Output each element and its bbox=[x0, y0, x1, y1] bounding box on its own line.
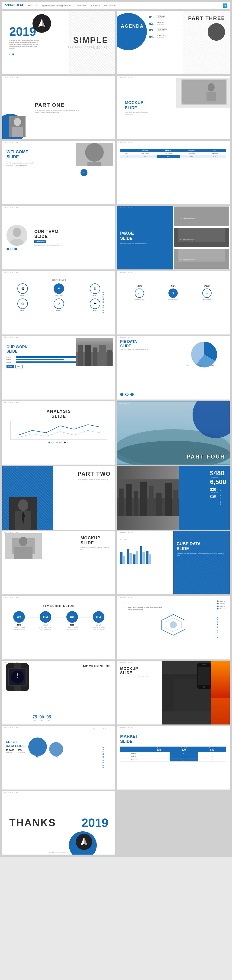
pricing-cell-2-0: $20 bbox=[120, 155, 133, 158]
slide-mockup1: CORFSOUL SLIDE MOCKUP SLIDE Lorem ipsum … bbox=[117, 76, 230, 139]
nav-data-slide[interactable]: DATA SLIDE bbox=[90, 5, 100, 6]
laptop-image bbox=[176, 78, 230, 108]
service-label-3: Option 2 bbox=[78, 295, 112, 296]
graphic2-option-2: Option 2 bbox=[217, 603, 225, 605]
person-img-part-one bbox=[9, 116, 25, 137]
pie-chart: 24% 28% 48% bbox=[186, 340, 223, 369]
ag-num-4: 04. bbox=[149, 35, 155, 38]
agenda-item-2: 02. PART TWO Lorem Ipsum bbox=[149, 22, 167, 25]
nav-image-slide[interactable]: IMAGE SLIDE bbox=[104, 5, 115, 6]
bar-group-5 bbox=[146, 551, 151, 564]
stat-item-1: 75 Item bbox=[33, 715, 37, 721]
svg-rect-48 bbox=[140, 482, 147, 516]
service-icon-3: ☺ bbox=[93, 286, 97, 291]
part-two-title: PART TWO bbox=[78, 471, 110, 477]
cube-desc: Lorem ipsum dolor sit amet, consectetur … bbox=[177, 553, 226, 556]
mockup1-title: MOCKUP SLIDE bbox=[125, 100, 153, 110]
team-title: OUR TEAM SLIDE bbox=[34, 229, 63, 239]
tl-year-2: 2010 bbox=[39, 624, 52, 626]
graphic2-option-text-2: Option 2 bbox=[220, 603, 225, 605]
agenda-item-4: 04. PLAN FOUR Lorem Ipsum bbox=[149, 35, 167, 38]
service-label-2: Service Slide bbox=[42, 295, 76, 296]
slide-thanks: CORFSOUL SLIDE THANKS 2019 Copyright © h… bbox=[2, 791, 115, 854]
bar-group-4 bbox=[140, 546, 145, 564]
nav-copyright: Copyright © https://www.pptstore.net bbox=[41, 5, 71, 6]
cube-chart-label: Market Slide bbox=[120, 539, 170, 541]
work-bar-label-3: Item 03 bbox=[6, 361, 16, 363]
circle-num-label-1: Active Users bbox=[6, 752, 14, 753]
nav-plus-button[interactable]: + bbox=[223, 3, 227, 8]
city-image bbox=[76, 338, 113, 366]
market-th-1: Basic $29 bbox=[148, 746, 170, 752]
svg-rect-56 bbox=[14, 547, 33, 559]
slide-service: CORFSOUL SLIDE SERVICE SLIDE ⚙ Option 1 … bbox=[2, 271, 115, 334]
service-circle-4: ☆ bbox=[17, 299, 28, 309]
thanks-book-icon bbox=[76, 834, 92, 850]
service-icon-4: ☆ bbox=[21, 302, 24, 306]
circle-num-label-2: Success Rate bbox=[17, 752, 25, 753]
service-icon-2: ♥ bbox=[58, 286, 60, 291]
ag-num-3: 03. bbox=[149, 28, 155, 32]
pricing-th-4: Extra bbox=[203, 149, 226, 152]
tl-item-3: 2013 2013 CORFSOUL NAME Lorem ipsum dolo… bbox=[66, 611, 78, 630]
team-name-badge: JANE ROSEDE bbox=[34, 240, 46, 243]
agenda-items: 01. PART ONE Lorem Ipsum 02. PART TWO Lo… bbox=[149, 15, 167, 41]
bar-group-2 bbox=[127, 549, 132, 564]
pricing-cell-2-1: $25 bbox=[133, 155, 156, 158]
part-three-section: PART THREE bbox=[188, 15, 225, 41]
ag-num-2: 02. bbox=[149, 22, 155, 25]
pricing-cell-2-4: $120 bbox=[203, 155, 226, 158]
part-one-label: CORFSOUL SLIDE bbox=[4, 77, 19, 78]
market-cell-2-0: Feature 2 bbox=[120, 755, 148, 758]
data-label-2: Lorem ipsum bbox=[210, 492, 226, 493]
svg-rect-7 bbox=[12, 127, 23, 137]
thanks-word: THANKS bbox=[9, 817, 59, 829]
service-label-1: Option 1 bbox=[6, 295, 39, 296]
tl-item-1: 1940 1940 CORFSOUL NAME Lorem ipsum dolo… bbox=[13, 611, 25, 630]
graphic-timeline-item-2: 2021 ♥ Lorem ipsum dolor bbox=[169, 285, 178, 300]
agenda-item-3: 03. PART THREE Lorem Ipsum bbox=[149, 28, 167, 32]
thanks-year: 2019 bbox=[81, 816, 108, 830]
pie-title: PIE DATA SLIDE bbox=[120, 339, 137, 348]
slide-part-one: CORFSOUL SLIDE PART ONE Lorem ipsum dolo… bbox=[2, 76, 115, 139]
service-circle-1: ⚙ bbox=[17, 283, 28, 294]
tl-name-4: CORFSOUL NAME bbox=[93, 627, 105, 628]
graphic-timeline-item-1: 2020 ✓ Lorem ipsum dolor bbox=[134, 285, 144, 300]
tl-name-1: CORFSOUL NAME bbox=[13, 627, 25, 628]
bar-group-1 bbox=[120, 552, 125, 564]
slide-analysis: CORFSOUL SLIDE ANALYSIS SLIDE 2015 2016 bbox=[2, 401, 115, 465]
market-row-1: Feature 1 ✓ ✓ ✓ bbox=[120, 752, 226, 755]
graphic2-option-1: Option 1 bbox=[217, 600, 225, 602]
stat-num-2: 90 bbox=[39, 715, 44, 720]
nav-links: ABOUT US Copyright © https://www.pptstor… bbox=[28, 5, 115, 6]
market-th-0 bbox=[120, 746, 148, 752]
work-btn-more[interactable]: MORE bbox=[6, 365, 14, 368]
pricing-th-3: Standard bbox=[180, 149, 203, 152]
work-bar-fill-2 bbox=[16, 359, 63, 360]
cover-left: 2019 One ideal file up your broken golde… bbox=[9, 25, 59, 59]
mockup2-desc: Lorem ipsum dolor sit amet, consectetur … bbox=[80, 547, 110, 550]
analysis-label-2: 2016 bbox=[59, 442, 62, 443]
pricing-cell-1-3: First Space bbox=[180, 152, 203, 155]
svg-text:48%: 48% bbox=[211, 365, 215, 366]
work-btn-info[interactable]: INFO bbox=[15, 365, 22, 368]
circle-opt-1: Option 1 bbox=[93, 728, 99, 730]
svg-rect-49 bbox=[149, 486, 153, 516]
slide-image: CORFSOUL SLIDE IMAGE SLIDE Lorem ipsum d… bbox=[117, 206, 230, 269]
data-number-4: $35 bbox=[210, 495, 226, 499]
ag-num-1: 01. bbox=[149, 15, 155, 19]
slide-graphic2: CORFSOUL SLIDE " Lorem ipsum dolor sit a… bbox=[117, 596, 230, 659]
blue-arrow-btn[interactable]: ← bbox=[80, 169, 87, 176]
nav-our-works[interactable]: OUR WORKS bbox=[75, 5, 86, 6]
graphic-icon-symbol-2: ♥ bbox=[172, 291, 174, 295]
svg-rect-29 bbox=[93, 347, 98, 366]
nav-about[interactable]: ABOUT US bbox=[28, 5, 38, 6]
circle-item-2: 60% bbox=[49, 742, 63, 758]
svg-point-11 bbox=[208, 83, 215, 92]
analysis-label: CORFSOUL SLIDE bbox=[4, 402, 19, 404]
cube-stripe bbox=[173, 531, 230, 595]
slide-welcome: CORFSOUL SLIDE WELCOME SLIDE Lorem ipsum… bbox=[2, 141, 115, 204]
ag-text-3: PART THREE bbox=[157, 28, 167, 30]
market-cell-1-3: ✓ bbox=[198, 752, 226, 755]
slide-cube: CORFSOUL SLIDE Market Slide bbox=[117, 531, 230, 595]
